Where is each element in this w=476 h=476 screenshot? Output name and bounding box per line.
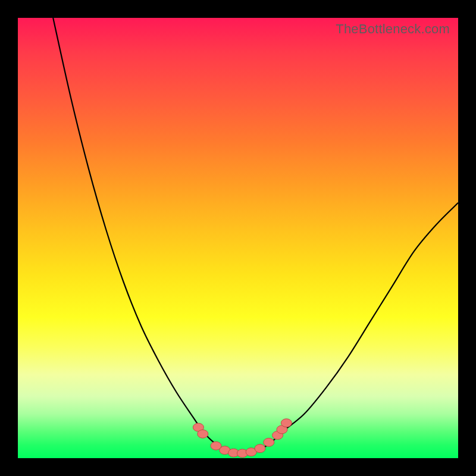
- data-marker: [198, 430, 208, 438]
- data-marker: [264, 438, 274, 446]
- chart-frame: TheBottleneck.com: [0, 0, 476, 476]
- bottleneck-curve: [53, 18, 458, 454]
- data-marker: [281, 419, 292, 427]
- chart-svg: [18, 18, 458, 458]
- watermark-text: TheBottleneck.com: [336, 21, 450, 37]
- plot-area: TheBottleneck.com: [18, 18, 458, 458]
- data-marker: [255, 444, 265, 453]
- markers-group: [193, 419, 292, 458]
